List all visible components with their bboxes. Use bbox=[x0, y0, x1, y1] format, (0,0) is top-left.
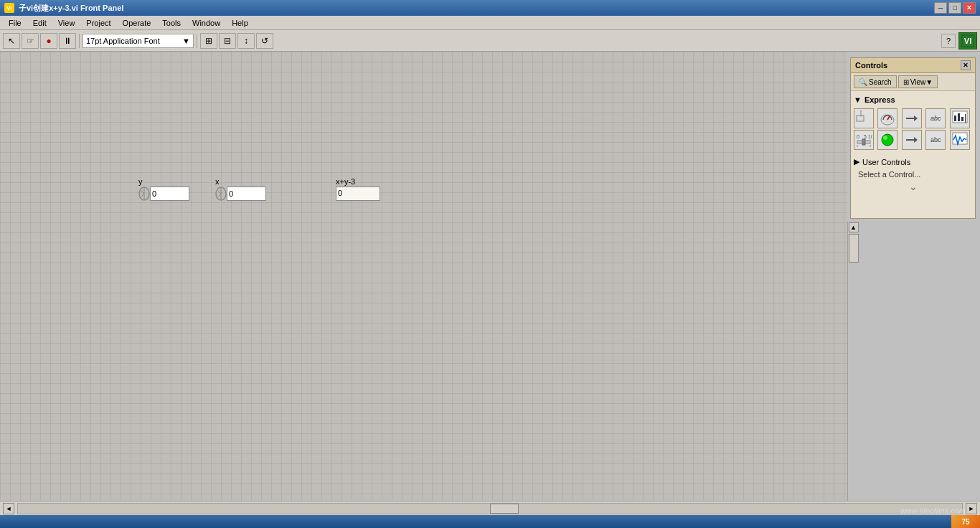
svg-rect-21 bbox=[961, 117, 963, 121]
front-panel-canvas[interactable]: y x bbox=[0, 52, 847, 501]
controls-panel-header: Controls ✕ bbox=[851, 58, 975, 73]
y-label: y bbox=[138, 177, 189, 186]
menu-tools[interactable]: Tools bbox=[156, 17, 187, 29]
menu-view[interactable]: View bbox=[52, 17, 81, 29]
svg-line-29 bbox=[870, 145, 871, 147]
status-bar: ◄ ► bbox=[0, 501, 980, 515]
x-label: x bbox=[215, 177, 266, 186]
svg-text:10: 10 bbox=[868, 134, 872, 139]
express-collapse-icon: ▼ bbox=[854, 95, 862, 104]
run-btn[interactable]: ● bbox=[40, 33, 57, 49]
y-input[interactable] bbox=[150, 187, 189, 201]
font-dropdown-arrow: ▼ bbox=[182, 37, 190, 45]
user-controls-expand-icon: ▶ bbox=[854, 157, 859, 166]
font-name: 17pt Application Font bbox=[86, 37, 160, 45]
express-item-arrow[interactable] bbox=[902, 108, 922, 128]
x-input[interactable] bbox=[227, 187, 266, 201]
help-button[interactable]: ? bbox=[941, 34, 956, 48]
express-item-arrow2[interactable] bbox=[902, 130, 922, 150]
x-knob[interactable] bbox=[215, 187, 227, 201]
scroll-thumb-v[interactable] bbox=[849, 234, 859, 263]
menu-bar: File Edit View Project Operate Tools Win… bbox=[0, 16, 980, 30]
scroll-up-btn[interactable]: ▲ bbox=[849, 222, 859, 232]
select-control-link[interactable]: Select a Control... bbox=[854, 168, 972, 181]
result-control: x+y-3 0 bbox=[336, 177, 380, 201]
express-grid: abc 0 5 bbox=[854, 108, 972, 150]
express-item-led[interactable] bbox=[877, 130, 897, 150]
scroll-left-btn[interactable]: ◄ bbox=[3, 503, 14, 514]
horizontal-scrollbar[interactable] bbox=[17, 503, 963, 514]
menu-operate[interactable]: Operate bbox=[117, 17, 157, 29]
express-section: ▼ Express bbox=[851, 91, 975, 153]
menu-file[interactable]: File bbox=[3, 17, 27, 29]
result-output: 0 bbox=[336, 187, 380, 201]
svg-text:0: 0 bbox=[857, 134, 859, 139]
controls-close-button[interactable]: ✕ bbox=[961, 60, 971, 70]
svg-rect-27 bbox=[862, 139, 865, 145]
svg-line-5 bbox=[141, 194, 144, 197]
vertical-scrollbar[interactable]: ▲ bbox=[847, 222, 859, 501]
express-item-text[interactable]: abc bbox=[925, 108, 946, 128]
reorder-btn[interactable]: ↺ bbox=[256, 33, 273, 49]
titlebar-left: VI 子vi创建x+y-3.vi Front Panel bbox=[4, 3, 123, 14]
scroll-thumb-h[interactable] bbox=[490, 504, 519, 514]
distribute-btn[interactable]: ⊟ bbox=[219, 33, 236, 49]
close-button[interactable]: ✕ bbox=[963, 2, 976, 14]
svg-rect-22 bbox=[965, 114, 966, 123]
result-row: 0 bbox=[336, 187, 380, 201]
svg-marker-17 bbox=[914, 116, 918, 121]
toolbar: ↖ ☞ ● ⏸ 17pt Application Font ▼ ⊞ ⊟ ↕ ↺ … bbox=[0, 30, 980, 52]
svg-rect-19 bbox=[954, 116, 956, 121]
menu-project[interactable]: Project bbox=[80, 17, 116, 29]
x-input-row bbox=[215, 187, 266, 201]
search-icon: 🔍 bbox=[859, 78, 867, 86]
user-controls-label: User Controls bbox=[862, 158, 910, 166]
menu-edit[interactable]: Edit bbox=[27, 17, 52, 29]
menu-help[interactable]: Help bbox=[226, 17, 254, 29]
search-label: Search bbox=[869, 78, 892, 86]
express-item-gauge[interactable] bbox=[877, 108, 897, 128]
resize-btn[interactable]: ↕ bbox=[237, 33, 255, 49]
toolbar-right: ? VI bbox=[941, 32, 977, 50]
express-header[interactable]: ▼ Express bbox=[854, 94, 972, 105]
y-knob[interactable] bbox=[138, 187, 150, 201]
title-bar: VI 子vi创建x+y-3.vi Front Panel ─ □ ✕ bbox=[0, 0, 980, 16]
express-item-waveform[interactable] bbox=[950, 130, 970, 150]
svg-text:VI: VI bbox=[964, 37, 971, 45]
svg-rect-20 bbox=[958, 113, 960, 121]
titlebar-controls[interactable]: ─ □ ✕ bbox=[934, 2, 976, 14]
svg-line-28 bbox=[857, 145, 858, 147]
user-controls-section: ▶ User Controls Select a Control... ⌄ bbox=[851, 153, 975, 195]
watermark-text: www.elecfans.com bbox=[900, 506, 966, 515]
app-icon: VI bbox=[4, 3, 14, 13]
minimize-button[interactable]: ─ bbox=[934, 2, 947, 14]
y-control: y bbox=[138, 177, 189, 201]
svg-point-30 bbox=[882, 134, 893, 146]
view-button[interactable]: ⊞ View▼ bbox=[898, 75, 938, 88]
controls-toolbar: 🔍 Search ⊞ View▼ bbox=[851, 73, 975, 91]
express-item-graph[interactable] bbox=[950, 108, 970, 128]
pause-btn[interactable]: ⏸ bbox=[59, 33, 76, 49]
user-controls-header[interactable]: ▶ User Controls bbox=[854, 156, 972, 168]
maximize-button[interactable]: □ bbox=[948, 2, 961, 14]
align-btn[interactable]: ⊞ bbox=[200, 33, 217, 49]
down-arrow-icon: ⌄ bbox=[854, 181, 972, 192]
express-item-slider[interactable]: 0 5 10 bbox=[854, 130, 874, 150]
search-button[interactable]: 🔍 Search bbox=[854, 75, 897, 88]
main-area: y x bbox=[0, 52, 980, 501]
svg-rect-10 bbox=[857, 116, 864, 121]
svg-text:5: 5 bbox=[864, 134, 867, 139]
view-label: View▼ bbox=[910, 78, 933, 86]
pointer-tool-btn[interactable]: ↖ bbox=[3, 33, 20, 49]
controls-panel: Controls ✕ 🔍 Search ⊞ View▼ ▼ Express bbox=[850, 57, 976, 219]
express-item-text2[interactable]: abc bbox=[925, 130, 946, 150]
y-input-row bbox=[138, 187, 189, 201]
result-label: x+y-3 bbox=[336, 177, 380, 186]
font-selector[interactable]: 17pt Application Font ▼ bbox=[83, 34, 194, 48]
right-panel: Controls ✕ 🔍 Search ⊞ View▼ ▼ Express bbox=[847, 52, 980, 501]
express-item-numknob[interactable] bbox=[854, 108, 874, 128]
toolbar-separator-2 bbox=[197, 34, 197, 48]
scroll-right-btn[interactable]: ► bbox=[966, 503, 977, 514]
finger-tool-btn[interactable]: ☞ bbox=[22, 33, 39, 49]
menu-window[interactable]: Window bbox=[187, 17, 226, 29]
